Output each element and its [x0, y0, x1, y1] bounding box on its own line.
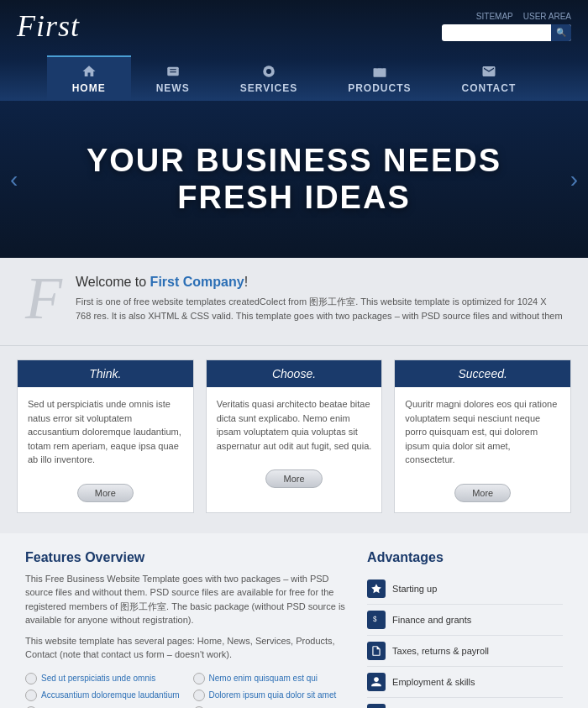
header-links: SITEMAP USER AREA 🔍 — [442, 12, 571, 41]
features-list-1: Sed ut perspiciatis unde omnis Accusanti… — [25, 670, 180, 708]
advantage-label: Taxes, returns & payroll — [392, 646, 489, 656]
list-item: Nemo enim quisquam est qui — [193, 670, 348, 687]
nav-contact[interactable]: CONTACT — [437, 55, 542, 101]
card-succeed-title: Succeed. — [395, 360, 570, 387]
nav-news[interactable]: NEWS — [131, 55, 215, 101]
sitemap-link[interactable]: SITEMAP — [476, 12, 513, 21]
logo: First — [17, 8, 80, 44]
main-content: Features Overview This Free Business Web… — [0, 533, 588, 708]
home-icon — [79, 64, 99, 79]
svg-point-4 — [266, 69, 271, 74]
tax-icon — [367, 642, 386, 660]
star-icon — [367, 580, 386, 598]
advantages-title: Advantages — [367, 550, 563, 565]
list-item: Sed ut perspiciatis unde omnis — [25, 670, 180, 687]
news-icon — [163, 64, 183, 79]
card-think-more-button[interactable]: More — [77, 484, 134, 502]
advantage-label: Finance and grants — [392, 615, 471, 625]
card-succeed-footer: More — [395, 477, 570, 512]
features-list-2: Nemo enim quisquam est qui Dolorem ipsum… — [193, 670, 348, 708]
welcome-heading: Welcome to First Company! — [76, 275, 563, 290]
search-button[interactable]: 🔍 — [551, 24, 571, 41]
welcome-text: Welcome to First Company! First is one o… — [76, 275, 563, 323]
person-icon — [367, 673, 386, 691]
main-nav: HOME NEWS SERVICES PRODUCTS CONTACT — [17, 50, 571, 101]
products-icon — [370, 64, 390, 79]
features-section: Features Overview This Free Business Web… — [25, 550, 347, 708]
card-choose-footer: More — [207, 463, 382, 498]
advantages-section: Advantages Starting up $ Finance and gra… — [367, 550, 563, 708]
search-input[interactable] — [442, 26, 551, 39]
features-para2: This website template has several pages:… — [25, 634, 347, 662]
cards-section: Think. Sed ut perspiciatis unde omnis is… — [0, 346, 588, 533]
svg-rect-0 — [167, 67, 179, 76]
welcome-body: First is one of free website templates c… — [76, 295, 563, 323]
card-think-title: Think. — [18, 360, 193, 387]
nav-services[interactable]: SERVICES — [215, 55, 323, 101]
advantage-item-4: Health, safety, premises — [367, 698, 563, 708]
card-succeed-more-button[interactable]: More — [454, 484, 511, 502]
features-lists: Sed ut perspiciatis unde omnis Accusanti… — [25, 670, 347, 708]
contact-icon — [479, 64, 499, 79]
header-nav-links: SITEMAP USER AREA — [476, 12, 571, 21]
list-item: Aperiam eaque quae quae — [25, 704, 180, 708]
list-item: Dolorem ipsum quia dolor sit amet — [193, 687, 348, 704]
features-title: Features Overview — [25, 550, 347, 565]
hero-prev-button[interactable]: ‹ — [10, 166, 18, 193]
header-top: First SITEMAP USER AREA 🔍 — [17, 8, 571, 50]
card-think-body: Sed ut perspiciatis unde omnis iste natu… — [18, 387, 193, 477]
dollar-icon: $ — [367, 611, 386, 629]
nav-products[interactable]: PRODUCTS — [323, 55, 436, 101]
card-think: Think. Sed ut perspiciatis unde omnis is… — [17, 359, 194, 513]
search-box: 🔍 — [442, 24, 571, 41]
advantage-item-2: Taxes, returns & payroll — [367, 636, 563, 667]
welcome-letter: F — [25, 268, 62, 328]
advantage-item-1: $ Finance and grants — [367, 605, 563, 636]
user-area-link[interactable]: USER AREA — [523, 12, 571, 21]
hero-next-button[interactable]: › — [570, 166, 578, 193]
health-icon — [367, 704, 386, 708]
list-item: Consectetur adipisci velit — [193, 704, 348, 708]
list-item: Accusantium doloremque laudantium — [25, 687, 180, 704]
card-succeed: Succeed. Quuritr magni dolores eos qui r… — [394, 359, 571, 513]
advantage-item-0: Starting up — [367, 574, 563, 605]
advantage-item-3: Employment & skills — [367, 667, 563, 698]
features-para1: This Free Business Website Template goes… — [25, 572, 347, 627]
card-choose-body: Veritatis quasi architecto beatae bitae … — [207, 387, 382, 463]
nav-home[interactable]: HOME — [47, 55, 131, 101]
card-choose-title: Choose. — [207, 360, 382, 387]
card-choose: Choose. Veritatis quasi architecto beata… — [206, 359, 383, 513]
services-icon — [259, 64, 279, 79]
card-succeed-body: Quuritr magni dolores eos qui ratione vo… — [395, 387, 570, 477]
header: First SITEMAP USER AREA 🔍 HOME NEWS SERV… — [0, 0, 588, 101]
hero-banner: ‹ YOUR BUSINESS NEEDS FRESH IDEAS › — [0, 101, 588, 258]
card-think-footer: More — [18, 477, 193, 512]
advantage-label: Starting up — [392, 584, 437, 594]
card-choose-more-button[interactable]: More — [265, 469, 322, 488]
welcome-section: F Welcome to First Company! First is one… — [0, 258, 588, 346]
hero-title: YOUR BUSINESS NEEDS FRESH IDEAS — [17, 143, 571, 216]
advantage-label: Employment & skills — [392, 677, 475, 687]
svg-rect-5 — [373, 68, 386, 77]
svg-text:$: $ — [373, 616, 377, 623]
